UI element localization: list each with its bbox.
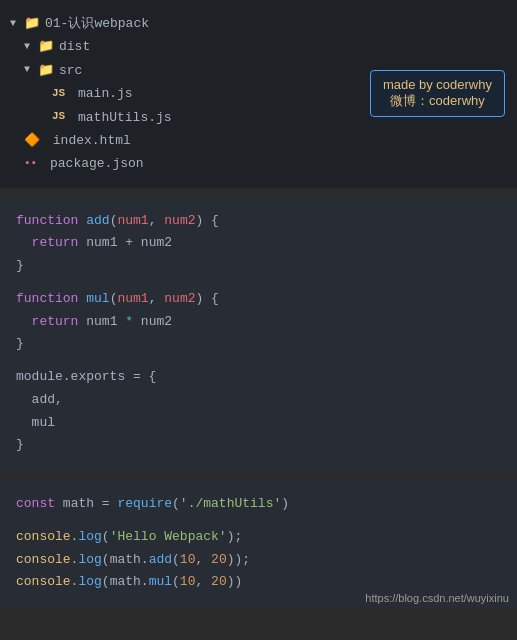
- src-label: src: [59, 59, 82, 82]
- index-html-label: index.html: [53, 129, 131, 152]
- code-line-10: add,: [16, 389, 501, 412]
- code-line-6: return num1 * num2: [16, 311, 501, 334]
- code-line-m4: console.log(math.mul(10, 20)): [16, 571, 501, 594]
- code-panel-mathutils: function add(num1, num2) { return num1 +…: [0, 196, 517, 472]
- main-js-label: main.js: [78, 82, 133, 105]
- panel-watermark: https://blog.csdn.net/wuyixinu: [365, 592, 509, 604]
- root-folder-icon: 📁: [24, 12, 40, 35]
- code-blank-1: [16, 278, 501, 288]
- json-icon: ▪▪: [24, 154, 37, 174]
- html-icon: 🔶: [24, 129, 40, 152]
- watermark-line1: made by coderwhy: [383, 77, 492, 92]
- src-arrow: ▼: [24, 61, 38, 79]
- code-line-11: mul: [16, 412, 501, 435]
- src-folder-icon: 📁: [38, 59, 54, 82]
- divider-1: [0, 188, 517, 196]
- code-line-12: }: [16, 434, 501, 457]
- tree-root[interactable]: ▼ 📁 01-认识webpack: [10, 12, 507, 35]
- code-line-5: function mul(num1, num2) {: [16, 288, 501, 311]
- code-line-2: return num1 + num2: [16, 232, 501, 255]
- divider-2: [0, 471, 517, 479]
- dist-label: dist: [59, 35, 90, 58]
- code-line-m3: console.log(math.add(10, 20));: [16, 549, 501, 572]
- code-panel-main: const math = require('./mathUtils') cons…: [0, 479, 517, 608]
- code-blank-m1: [16, 516, 501, 526]
- tree-index-html[interactable]: 🔶 index.html: [10, 129, 507, 152]
- filetree-panel: ▼ 📁 01-认识webpack ▼ 📁 dist ▼ 📁 src JS mai…: [0, 0, 517, 188]
- mathutils-js-label: mathUtils.js: [78, 106, 172, 129]
- code-panel-main-wrap: const math = require('./mathUtils') cons…: [0, 479, 517, 608]
- code-line-m1: const math = require('./mathUtils'): [16, 493, 501, 516]
- root-arrow: ▼: [10, 15, 24, 33]
- code-line-m2: console.log('Hello Webpack');: [16, 526, 501, 549]
- tree-package-json[interactable]: ▪▪ package.json: [10, 152, 507, 175]
- dist-folder-icon: 📁: [38, 35, 54, 58]
- dist-arrow: ▼: [24, 38, 38, 56]
- code-line-9: module.exports = {: [16, 366, 501, 389]
- js-icon-mathutils: JS: [52, 107, 65, 127]
- tree-dist[interactable]: ▼ 📁 dist: [10, 35, 507, 58]
- package-json-label: package.json: [50, 152, 144, 175]
- js-icon-main: JS: [52, 84, 65, 104]
- code-blank-2: [16, 356, 501, 366]
- code-line-3: }: [16, 255, 501, 278]
- watermark-box: made by coderwhy 微博：coderwhy: [370, 70, 505, 117]
- watermark-line2: 微博：coderwhy: [383, 92, 492, 110]
- root-label: 01-认识webpack: [45, 12, 149, 35]
- code-line-7: }: [16, 333, 501, 356]
- code-line-1: function add(num1, num2) {: [16, 210, 501, 233]
